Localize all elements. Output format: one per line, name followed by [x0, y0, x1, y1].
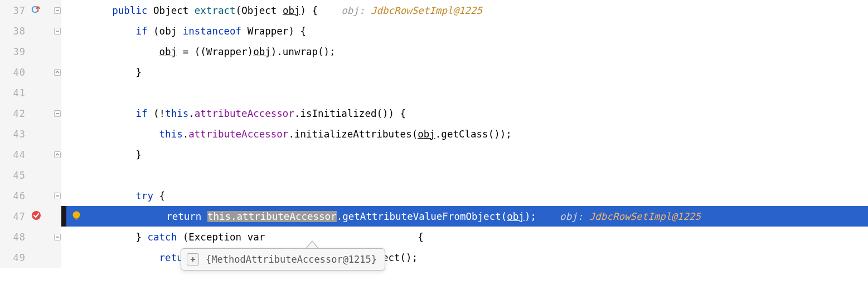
svg-point-11 [32, 211, 41, 220]
keyword-try: try [135, 190, 153, 201]
text: = ((Wrapper) [177, 46, 253, 57]
line-number: 39 [0, 46, 26, 57]
keyword-if: if [135, 108, 147, 119]
keyword-return-partial: retu [159, 252, 183, 263]
code-text[interactable] [61, 165, 868, 185]
svg-rect-5 [55, 69, 61, 75]
gutter[interactable]: 44 [0, 144, 61, 165]
field: attributeAccessor [195, 108, 294, 119]
dot: . [188, 108, 195, 119]
paren: ( [501, 211, 507, 222]
code-text[interactable]: } [61, 144, 868, 165]
fold-minus-icon[interactable] [54, 185, 61, 206]
brace: } [135, 67, 142, 78]
brace: } [135, 232, 147, 243]
fold-minus-icon[interactable] [54, 21, 61, 41]
keyword-catch: catch [148, 232, 177, 243]
execution-line[interactable]: 47 return this.attributeAccessor . getAt… [0, 206, 868, 227]
gutter[interactable]: 41 [0, 82, 61, 103]
dot: . [337, 211, 343, 222]
gutter[interactable]: 39 [0, 41, 61, 62]
code-text[interactable]: if (! this . attributeAccessor . isIniti… [61, 103, 868, 124]
type: Wrapper [248, 26, 289, 37]
dot: . [183, 129, 189, 140]
keyword-this: this [165, 108, 188, 119]
code-text[interactable]: try { [61, 185, 868, 206]
line-number: 38 [0, 26, 26, 37]
text: ).unwrap(); [271, 46, 336, 57]
fold-minus-icon[interactable] [54, 103, 61, 124]
gutter[interactable]: 47 [0, 206, 61, 227]
breakpoint-icon[interactable] [31, 210, 41, 223]
gutter[interactable]: 46 [0, 185, 61, 206]
svg-rect-8 [55, 151, 61, 158]
text: .getClass()); [435, 129, 512, 140]
variable: obj [159, 46, 177, 57]
brace: ) { [288, 26, 306, 37]
code-line[interactable]: 45 [0, 165, 868, 185]
gutter[interactable]: 43 [0, 124, 61, 144]
method-call: getAttributeValueFromObject [342, 211, 501, 222]
gutter[interactable]: 42 [0, 103, 61, 124]
code-text[interactable]: if ( obj instanceof Wrapper ) { [61, 21, 868, 41]
override-icon[interactable] [31, 5, 40, 16]
fold-minus-icon[interactable] [54, 0, 61, 21]
brace: { [400, 232, 424, 243]
code-line[interactable]: 37 public Object extract( Object obj ) {… [0, 0, 868, 21]
text: (Exception var [177, 232, 265, 243]
gutter[interactable]: 37 [0, 0, 61, 21]
code-text[interactable] [61, 82, 868, 103]
inlay-hint-label: obj: [341, 5, 365, 16]
gutter[interactable]: 40 [0, 62, 61, 82]
fold-up-icon[interactable] [54, 144, 61, 165]
line-number: 45 [0, 170, 26, 181]
code-line[interactable]: 44 } [0, 144, 868, 165]
debug-value-tooltip[interactable]: {MethodAttributeAccessor@1215} [181, 248, 385, 271]
code-line[interactable]: 40 } [0, 62, 868, 82]
svg-rect-13 [75, 218, 78, 220]
code-text[interactable]: } [61, 62, 868, 82]
param-type: Object [241, 5, 277, 16]
gutter[interactable]: 38 [0, 21, 61, 41]
code-text[interactable]: } catch (Exception var XXXXXXXXXXXXXXXXX… [61, 227, 868, 247]
gutter[interactable]: 49 [0, 247, 61, 268]
line-number: 43 [0, 129, 26, 140]
tooltip-pointer [307, 242, 318, 248]
code-text[interactable]: this . attributeAccessor . initializeAtt… [61, 124, 868, 144]
code-text[interactable]: return this.attributeAccessor . getAttri… [61, 206, 868, 227]
code-line[interactable]: 43 this . attributeAccessor . initialize… [0, 124, 868, 144]
method-call: initializeAttributes [294, 129, 412, 140]
code-line[interactable]: 46 try { [0, 185, 868, 206]
intention-bulb-icon[interactable] [71, 210, 81, 223]
variable: obj [159, 26, 177, 37]
paren: ( [412, 129, 418, 140]
keyword-this: this [159, 129, 183, 140]
gutter[interactable]: 45 [0, 165, 61, 185]
gutter[interactable]: 48 [0, 227, 61, 247]
caret-strip [61, 206, 66, 227]
type: Object [153, 5, 188, 16]
text: (! [148, 108, 166, 119]
expand-plus-icon[interactable] [187, 253, 199, 266]
space [201, 211, 207, 222]
code-text[interactable]: obj = ((Wrapper) obj ).unwrap(); [61, 41, 868, 62]
fold-minus-icon[interactable] [54, 227, 61, 247]
code-line[interactable]: 39 obj = ((Wrapper) obj ).unwrap(); [0, 41, 868, 62]
code-text[interactable]: public Object extract( Object obj ) { ob… [61, 0, 868, 21]
dot: . [294, 108, 300, 119]
code-line[interactable]: 48 } catch (Exception var XXXXXXXXXXXXXX… [0, 227, 868, 247]
code-line[interactable]: 38 if ( obj instanceof Wrapper ) { [0, 21, 868, 41]
inlay-hint-label: obj: [560, 211, 583, 222]
method-call: isInitialized [300, 108, 377, 119]
line-number: 46 [0, 190, 26, 201]
line-number: 40 [0, 67, 26, 78]
keyword-instanceof: instanceof [183, 26, 241, 37]
code-editor[interactable]: 37 public Object extract( Object obj ) {… [0, 0, 868, 268]
brace: } [135, 149, 142, 160]
code-line[interactable]: 41 [0, 82, 868, 103]
code-line[interactable]: 42 if (! this . attributeAccessor . isIn… [0, 103, 868, 124]
fold-up-icon[interactable] [54, 62, 61, 82]
brace: ) { [300, 5, 318, 16]
code-line[interactable]: 49 retu XXXXXXXXXXXXXXXXXXXXXXXXXXXXXXX … [0, 247, 868, 268]
inlay-hint-value: JdbcRowSetImpl@1225 [365, 5, 482, 16]
